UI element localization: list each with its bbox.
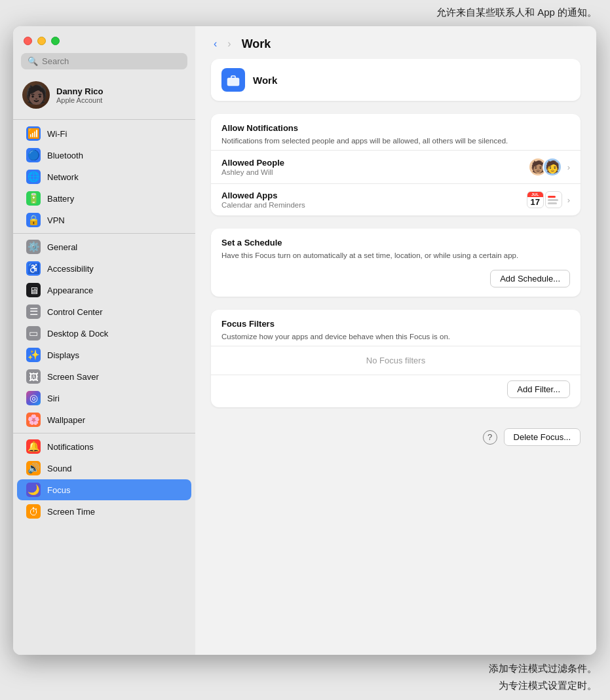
search-bar[interactable]: 🔍	[21, 53, 187, 69]
sidebar-item-focus[interactable]: 🌙Focus	[17, 479, 191, 500]
reminders-icon-small	[545, 191, 562, 208]
sidebar-item-desktopdock[interactable]: ▭Desktop & Dock	[17, 323, 191, 344]
add-filter-button[interactable]: Add Filter...	[507, 380, 570, 398]
back-button[interactable]: ‹	[211, 37, 219, 51]
add-schedule-button[interactable]: Add Schedule...	[490, 270, 570, 287]
annotation-bottom: 添加专注模式过滤条件。 为专注模式设置定时。	[489, 660, 597, 693]
sidebar-item-notifications[interactable]: 🔔Notifications	[17, 436, 191, 457]
allowed-people-row[interactable]: Allowed People Ashley and Will 🧑🏽 🧑 ›	[211, 150, 581, 183]
sidebar-item-controlcenter[interactable]: ☰Control Center	[17, 301, 191, 322]
filters-header: Focus Filters Customize how your apps an…	[211, 310, 581, 346]
minimize-button[interactable]	[37, 37, 46, 45]
desktopdock-icon: ▭	[26, 326, 41, 341]
allow-notifications-section: Allow Notifications Notifications from s…	[211, 114, 581, 215]
content-body: Work Allow Notifications Notifications f…	[195, 59, 596, 655]
sidebar-item-screensaver[interactable]: 🖼Screen Saver	[17, 366, 191, 387]
sidebar-item-sound[interactable]: 🔊Sound	[17, 458, 191, 479]
schedule-desc: Have this Focus turn on automatically at…	[221, 250, 570, 261]
allow-notifications-title: Allow Notifications	[221, 123, 570, 133]
apps-icon-group: JUL 17	[527, 191, 562, 208]
filters-footer: Add Filter...	[211, 375, 581, 407]
annotation-bottom-line1: 添加专注模式过滤条件。	[489, 660, 597, 677]
sidebar-items-container: 📶Wi-Fi🔵Bluetooth🌐Network🔋Battery🔒VPN⚙️Ge…	[13, 122, 195, 525]
focus-card: Work	[211, 59, 581, 101]
sidebar-item-screentime[interactable]: ⏱Screen Time	[17, 501, 191, 522]
network-icon: 🌐	[26, 170, 41, 184]
help-button[interactable]: ?	[483, 430, 497, 445]
sidebar-label-accessibility: Accessibility	[47, 264, 94, 274]
sidebar-label-screensaver: Screen Saver	[47, 372, 99, 382]
sidebar-item-network[interactable]: 🌐Network	[17, 166, 191, 187]
sidebar-label-controlcenter: Control Center	[47, 307, 103, 317]
sidebar-item-vpn[interactable]: 🔒VPN	[17, 210, 191, 230]
annotation-bottom-line2: 为专注模式设置定时。	[489, 677, 597, 694]
sidebar: 🔍 🧑🏿 Danny Rico Apple Account 📶Wi-Fi🔵Blu…	[13, 26, 195, 655]
avatars-group: 🧑🏽 🧑	[528, 157, 562, 177]
sidebar-label-general: General	[47, 242, 77, 252]
siri-icon: ◎	[26, 391, 41, 405]
sidebar-item-siri[interactable]: ◎Siri	[17, 388, 191, 409]
search-icon: 🔍	[28, 56, 38, 66]
forward-button[interactable]: ›	[225, 37, 233, 51]
controlcenter-icon: ☰	[26, 304, 41, 319]
sidebar-label-battery: Battery	[47, 194, 74, 204]
delete-focus-button[interactable]: Delete Focus...	[504, 428, 581, 446]
sidebar-item-appearance[interactable]: 🖥Appearance	[17, 280, 191, 301]
allowed-people-title: Allowed People	[221, 158, 528, 168]
sidebar-label-notifications: Notifications	[47, 442, 94, 452]
sidebar-label-vpn: VPN	[47, 215, 65, 225]
delete-row: ? Delete Focus...	[211, 420, 581, 454]
allowed-people-info: Allowed People Ashley and Will	[221, 158, 528, 176]
sidebar-item-bluetooth[interactable]: 🔵Bluetooth	[17, 145, 191, 166]
wallpaper-icon: 🌸	[26, 413, 41, 427]
sidebar-item-wifi[interactable]: 📶Wi-Fi	[17, 123, 191, 144]
sidebar-item-wallpaper[interactable]: 🌸Wallpaper	[17, 409, 191, 430]
cal-month: JUL	[527, 192, 543, 197]
sidebar-divider-3	[13, 433, 195, 433]
sidebar-label-bluetooth: Bluetooth	[47, 151, 83, 160]
sidebar-item-displays[interactable]: ✨Displays	[17, 344, 191, 365]
calendar-icon-small: JUL 17	[527, 191, 544, 208]
sidebar-label-wallpaper: Wallpaper	[47, 415, 85, 425]
sidebar-label-displays: Displays	[47, 350, 79, 360]
avatar: 🧑🏿	[22, 81, 50, 109]
sidebar-divider-1	[13, 119, 195, 120]
allowed-apps-title: Allowed Apps	[221, 191, 527, 200]
search-input[interactable]	[42, 56, 181, 66]
sidebar-item-battery[interactable]: 🔋Battery	[17, 188, 191, 209]
user-info: Danny Rico Apple Account	[56, 86, 104, 104]
sidebar-label-desktopdock: Desktop & Dock	[47, 329, 108, 339]
allowed-people-right: 🧑🏽 🧑 ›	[528, 157, 570, 177]
user-profile[interactable]: 🧑🏿 Danny Rico Apple Account	[13, 76, 195, 117]
sidebar-label-network: Network	[47, 172, 79, 182]
main-window: 🔍 🧑🏿 Danny Rico Apple Account 📶Wi-Fi🔵Blu…	[13, 26, 596, 655]
battery-icon: 🔋	[26, 191, 41, 206]
window-controls	[13, 26, 195, 53]
allowed-apps-row[interactable]: Allowed Apps Calendar and Reminders JUL …	[211, 183, 581, 215]
svg-rect-0	[227, 78, 239, 86]
appearance-icon: 🖥	[26, 283, 41, 297]
close-button[interactable]	[24, 37, 32, 45]
reminder-line-3	[548, 202, 557, 204]
avatar-will: 🧑	[543, 157, 562, 177]
user-name: Danny Rico	[56, 86, 104, 96]
sidebar-label-sound: Sound	[47, 464, 72, 473]
page-title: Work	[242, 37, 271, 51]
accessibility-icon: ♿	[26, 261, 41, 276]
focus-card-icon	[221, 68, 245, 92]
schedule-title: Set a Schedule	[221, 238, 570, 248]
main-content: ‹ › Work Work Allow Not	[195, 26, 596, 655]
notifications-icon: 🔔	[26, 439, 41, 454]
allowed-apps-chevron: ›	[567, 195, 570, 205]
sidebar-item-accessibility[interactable]: ♿Accessibility	[17, 258, 191, 279]
cal-day: 17	[530, 198, 539, 206]
allow-notifications-header: Allow Notifications Notifications from s…	[211, 114, 581, 150]
reminder-line-1	[548, 196, 556, 198]
sidebar-item-general[interactable]: ⚙️General	[17, 236, 191, 257]
maximize-button[interactable]	[51, 37, 60, 45]
screensaver-icon: 🖼	[26, 369, 41, 384]
wifi-icon: 📶	[26, 126, 41, 141]
vpn-icon: 🔒	[26, 213, 41, 227]
screentime-icon: ⏱	[26, 504, 41, 519]
filters-title: Focus Filters	[221, 319, 570, 329]
